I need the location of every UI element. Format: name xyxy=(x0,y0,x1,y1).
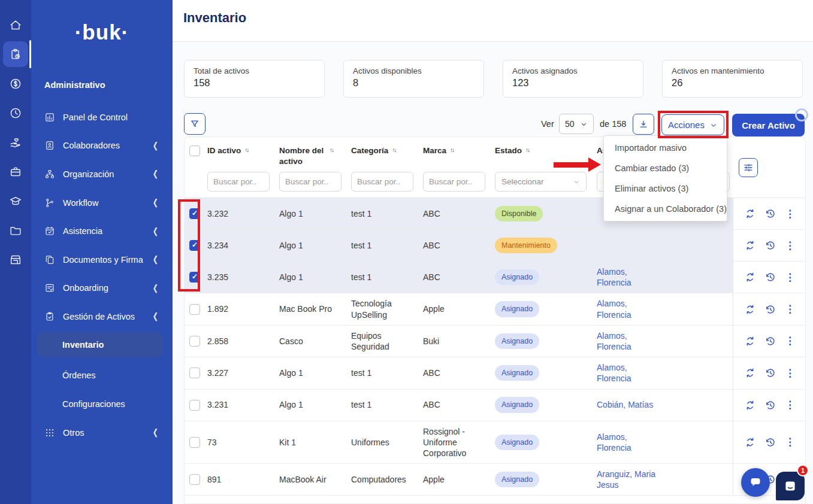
sidebar-otros: Otros ❮ xyxy=(31,418,173,447)
row-checkbox[interactable] xyxy=(189,304,200,315)
cell-id: 2.858 xyxy=(207,326,279,357)
assigned-collaborator-link[interactable]: Cobián, Matías xyxy=(597,399,653,410)
sidebar-item-asistencia[interactable]: Asistencia ❮ xyxy=(31,217,173,245)
page-size-select[interactable]: 50 xyxy=(559,114,594,134)
sync-icon[interactable] xyxy=(744,436,756,448)
assigned-collaborator-link[interactable]: Alamos, Florencia xyxy=(597,362,657,384)
estado-select[interactable]: Seleccionar xyxy=(495,172,587,192)
assigned-collaborator-link[interactable]: Alamos, Florencia xyxy=(597,266,657,288)
kebab-menu-icon[interactable]: ⋮ xyxy=(785,400,795,410)
column-header-nombre[interactable]: Nombre del activo↑↓ xyxy=(279,145,351,167)
sidebar-item-documentos-y-firma[interactable]: Documentos y Firma ❮ xyxy=(31,245,173,274)
row-checkbox[interactable] xyxy=(189,208,200,219)
menu-item-asignar-colaborador[interactable]: Asignar a un Colaborador (3) xyxy=(604,199,727,219)
kebab-menu-icon[interactable]: ⋮ xyxy=(785,304,795,314)
history-icon[interactable] xyxy=(764,367,776,379)
sync-icon[interactable] xyxy=(744,399,756,411)
assigned-collaborator-link[interactable]: Alamos, Florencia xyxy=(597,330,657,352)
row-checkbox[interactable] xyxy=(189,240,200,251)
rail-store-button[interactable] xyxy=(0,245,31,274)
rail-payments-button[interactable] xyxy=(0,69,31,98)
sidebar-item-workflow[interactable]: Workflow ❮ xyxy=(31,189,173,217)
sidebar-item-gestion-de-activos[interactable]: Gestión de Activos ❮ xyxy=(31,302,173,331)
history-icon[interactable] xyxy=(764,271,776,283)
buk-logo: ·buk· xyxy=(31,20,173,44)
history-icon[interactable] xyxy=(764,208,776,220)
sort-icon[interactable]: ↑↓ xyxy=(450,146,454,154)
rail-benefits-button[interactable] xyxy=(0,127,31,157)
search-categoria-input[interactable] xyxy=(351,172,413,192)
cell-id: 3.235 xyxy=(207,262,279,293)
crear-activo-button[interactable]: Crear Activo xyxy=(732,114,805,136)
rail-files-button[interactable] xyxy=(0,215,31,245)
row-checkbox[interactable] xyxy=(189,400,200,411)
sidebar-section-title: Administrativo xyxy=(44,80,105,90)
row-checkbox[interactable] xyxy=(189,437,200,448)
download-button[interactable] xyxy=(633,114,654,135)
kebab-menu-icon[interactable]: ⋮ xyxy=(785,368,795,378)
row-checkbox[interactable] xyxy=(189,272,200,283)
menu-item-cambiar-estado[interactable]: Cambiar estado (3) xyxy=(604,158,727,178)
cell-id: 3.231 xyxy=(207,390,279,421)
grid-dots-icon xyxy=(44,427,55,438)
assigned-collaborator-link[interactable]: Alamos, Florencia xyxy=(597,432,657,453)
history-icon[interactable] xyxy=(764,239,776,251)
cell-categoria: test 1 xyxy=(351,198,423,229)
kebab-menu-icon[interactable]: ⋮ xyxy=(785,272,795,283)
cell-marca: ABC xyxy=(423,262,495,293)
sync-icon[interactable] xyxy=(744,367,756,379)
row-checkbox[interactable] xyxy=(189,336,200,347)
sync-icon[interactable] xyxy=(744,303,756,315)
row-actions: ⋮ xyxy=(733,390,806,421)
select-all-checkbox[interactable] xyxy=(189,145,200,156)
filter-button[interactable] xyxy=(184,113,205,135)
rail-jobs-button[interactable] xyxy=(0,157,31,186)
sort-icon[interactable]: ↑↓ xyxy=(392,146,395,154)
sync-icon[interactable] xyxy=(744,271,756,283)
menu-item-importador-masivo[interactable]: Importador masivo xyxy=(604,138,727,158)
column-header-id[interactable]: ID activo↑↓ xyxy=(207,145,279,167)
rail-home-button[interactable] xyxy=(0,10,31,40)
kebab-menu-icon[interactable]: ⋮ xyxy=(785,437,795,447)
sort-icon[interactable]: ↑↓ xyxy=(244,146,248,154)
sidebar-item-panel-de-control[interactable]: Panel de Control xyxy=(31,103,173,132)
assigned-collaborator-link[interactable]: Aranguiz, Maria Jesus xyxy=(597,469,657,490)
kebab-menu-icon[interactable]: ⋮ xyxy=(785,209,795,219)
rail-time-button[interactable] xyxy=(0,98,31,127)
history-icon[interactable] xyxy=(764,436,776,448)
history-icon[interactable] xyxy=(764,303,776,315)
search-marca-input[interactable] xyxy=(423,172,485,192)
assigned-collaborator-link[interactable]: Alamos, Florencia xyxy=(597,298,657,320)
column-header-estado[interactable]: Estado↑↓ xyxy=(495,145,597,167)
history-icon[interactable] xyxy=(764,335,776,347)
sidebar-item-otros[interactable]: Otros ❮ xyxy=(31,418,173,447)
row-checkbox[interactable] xyxy=(189,368,200,378)
rail-assets-button[interactable] xyxy=(0,40,31,69)
column-settings-button[interactable] xyxy=(739,158,758,177)
kebab-menu-icon[interactable]: ⋮ xyxy=(785,336,795,346)
chat-launcher-button[interactable] xyxy=(741,468,770,497)
search-id-input[interactable] xyxy=(207,172,270,192)
sort-icon[interactable]: ↑↓ xyxy=(330,146,333,154)
sidebar-item-organizacion[interactable]: Organización ❮ xyxy=(31,160,173,189)
cell-nombre: Algo 1 xyxy=(279,357,351,388)
sync-icon[interactable] xyxy=(744,208,756,220)
sidebar-subitem-inventario[interactable]: Inventario xyxy=(37,332,163,357)
menu-item-eliminar-activos[interactable]: Eliminar activos (3) xyxy=(604,178,727,199)
pulse-circle xyxy=(795,108,808,122)
row-checkbox[interactable] xyxy=(189,474,200,485)
column-header-categoria[interactable]: Categoría↑↓ xyxy=(351,145,423,167)
sidebar-subitem-ordenes[interactable]: Órdenes xyxy=(31,361,173,390)
rail-education-button[interactable] xyxy=(0,186,31,215)
sidebar-item-onboarding[interactable]: Onboarding ❮ xyxy=(31,274,173,303)
sidebar-item-colaboradores[interactable]: Colaboradores ❮ xyxy=(31,132,173,160)
history-icon[interactable] xyxy=(764,399,776,411)
acciones-button[interactable]: Acciones xyxy=(661,114,724,135)
sort-icon[interactable]: ↑↓ xyxy=(525,146,529,154)
column-header-marca[interactable]: Marca↑↓ xyxy=(423,145,495,167)
kebab-menu-icon[interactable]: ⋮ xyxy=(785,241,795,251)
sidebar-subitem-configuraciones[interactable]: Configuraciones xyxy=(31,390,173,418)
sync-icon[interactable] xyxy=(744,335,756,347)
sync-icon[interactable] xyxy=(744,239,756,251)
search-nombre-input[interactable] xyxy=(279,172,341,192)
